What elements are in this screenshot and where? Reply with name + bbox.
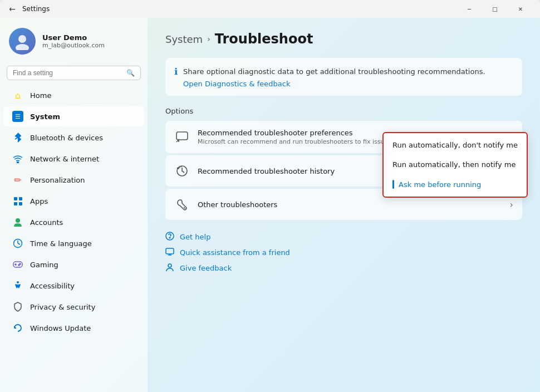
minimize-button[interactable]: ─ bbox=[456, 0, 482, 18]
sidebar-label-accessibility: Accessibility bbox=[30, 282, 75, 290]
avatar bbox=[9, 28, 36, 55]
quick-assist-label[interactable]: Quick assistance from a friend bbox=[180, 248, 290, 257]
svg-point-0 bbox=[18, 35, 26, 43]
breadcrumb: System › Troubleshoot bbox=[165, 31, 522, 47]
sidebar-label-privacy: Privacy & security bbox=[30, 303, 95, 311]
svg-point-9 bbox=[16, 218, 20, 223]
sidebar-item-home[interactable]: ⌂ Home bbox=[3, 85, 144, 105]
diagnostics-link[interactable]: Open Diagnostics & feedback bbox=[183, 80, 485, 88]
sidebar-item-time[interactable]: Time & language bbox=[3, 233, 144, 253]
app-body: User Demo m_lab@outlook.com 🔍 ⌂ Home ☰ S… bbox=[0, 18, 540, 392]
svg-line-3 bbox=[15, 138, 18, 139]
wrench-icon bbox=[174, 197, 190, 212]
sidebar-label-personalization: Personalization bbox=[30, 176, 85, 184]
help-links: Get help Quick assistance from a friend bbox=[165, 229, 522, 276]
feedback-label[interactable]: Give feedback bbox=[180, 264, 232, 272]
sidebar: User Demo m_lab@outlook.com 🔍 ⌂ Home ☰ S… bbox=[0, 18, 148, 392]
dropdown-option-2-label: Run automatically, then notify me bbox=[392, 160, 516, 169]
svg-rect-7 bbox=[14, 202, 17, 205]
titlebar-left: ← Settings bbox=[7, 3, 456, 14]
svg-rect-6 bbox=[19, 197, 22, 200]
accessibility-icon bbox=[12, 280, 23, 291]
get-help-label[interactable]: Get help bbox=[180, 233, 210, 241]
svg-point-27 bbox=[168, 264, 171, 267]
back-button[interactable]: ← bbox=[7, 3, 18, 14]
feedback-icon bbox=[165, 263, 174, 273]
svg-point-1 bbox=[16, 44, 29, 50]
svg-rect-19 bbox=[176, 132, 188, 140]
sidebar-label-network: Network & internet bbox=[30, 155, 99, 163]
dropdown-option-1-label: Run automatically, don't notify me bbox=[392, 141, 518, 149]
svg-point-23 bbox=[169, 237, 170, 238]
info-text: Share optional diagnostic data to get ad… bbox=[183, 67, 485, 76]
sidebar-label-accounts: Accounts bbox=[30, 218, 63, 227]
svg-rect-24 bbox=[166, 248, 174, 254]
time-icon bbox=[12, 238, 23, 249]
sidebar-item-apps[interactable]: Apps bbox=[3, 191, 144, 211]
update-icon bbox=[12, 322, 23, 334]
get-help-icon bbox=[165, 232, 174, 242]
svg-line-12 bbox=[18, 243, 20, 244]
window-title: Settings bbox=[22, 5, 50, 13]
other-troubleshooters-text: Other troubleshooters bbox=[198, 200, 502, 209]
breadcrumb-parent: System bbox=[165, 33, 203, 45]
dropdown-option-3-label: Ask me before running bbox=[399, 180, 481, 189]
maximize-button[interactable]: □ bbox=[482, 0, 508, 18]
sidebar-label-update: Windows Update bbox=[30, 324, 91, 332]
svg-point-16 bbox=[19, 263, 21, 264]
system-icon: ☰ bbox=[12, 111, 23, 122]
info-banner: ℹ Share optional diagnostic data to get … bbox=[165, 58, 522, 96]
gaming-icon bbox=[12, 259, 23, 270]
sidebar-label-bluetooth: Bluetooth & devices bbox=[30, 134, 103, 142]
user-profile[interactable]: User Demo m_lab@outlook.com bbox=[0, 22, 148, 63]
options-section-title: Options bbox=[165, 107, 522, 115]
close-button[interactable]: ✕ bbox=[508, 0, 533, 18]
quick-assist-icon bbox=[165, 248, 174, 257]
sidebar-item-gaming[interactable]: Gaming bbox=[3, 254, 144, 275]
user-email: m_lab@outlook.com bbox=[42, 42, 105, 49]
dropdown-option-3[interactable]: Ask me before running bbox=[384, 174, 527, 194]
network-icon bbox=[12, 153, 23, 164]
home-icon: ⌂ bbox=[12, 90, 23, 101]
feedback-row[interactable]: Give feedback bbox=[165, 260, 522, 276]
svg-rect-5 bbox=[14, 197, 17, 200]
svg-rect-8 bbox=[19, 202, 22, 205]
breadcrumb-current: Troubleshoot bbox=[215, 31, 313, 47]
apps-icon bbox=[12, 195, 23, 207]
svg-point-17 bbox=[18, 264, 19, 266]
user-name: User Demo bbox=[42, 33, 105, 42]
search-icon: 🔍 bbox=[126, 69, 135, 77]
other-chevron-icon: › bbox=[510, 199, 513, 210]
sidebar-item-network[interactable]: Network & internet bbox=[3, 149, 144, 169]
sidebar-item-personalization[interactable]: ✏ Personalization bbox=[3, 170, 144, 190]
dropdown-option-1[interactable]: Run automatically, don't notify me bbox=[384, 135, 527, 155]
svg-point-18 bbox=[17, 281, 19, 283]
sidebar-item-accessibility[interactable]: Accessibility bbox=[3, 276, 144, 296]
sidebar-item-accounts[interactable]: Accounts bbox=[3, 212, 144, 232]
sidebar-label-system: System bbox=[30, 112, 60, 121]
sidebar-label-gaming: Gaming bbox=[30, 261, 58, 269]
sidebar-label-home: Home bbox=[30, 91, 51, 100]
sidebar-item-privacy[interactable]: Privacy & security bbox=[3, 297, 144, 317]
breadcrumb-arrow: › bbox=[207, 35, 210, 43]
titlebar: ← Settings ─ □ ✕ bbox=[0, 0, 540, 18]
get-help-row[interactable]: Get help bbox=[165, 229, 522, 245]
quick-assist-row[interactable]: Quick assistance from a friend bbox=[165, 245, 522, 260]
svg-line-21 bbox=[184, 207, 185, 209]
svg-point-4 bbox=[17, 162, 19, 164]
selected-indicator bbox=[392, 180, 394, 189]
info-icon: ℹ bbox=[174, 66, 178, 77]
info-content: Share optional diagnostic data to get ad… bbox=[183, 66, 485, 88]
window-controls: ─ □ ✕ bbox=[456, 0, 533, 18]
search-input[interactable] bbox=[13, 69, 122, 77]
dropdown-option-2[interactable]: Run automatically, then notify me bbox=[384, 155, 527, 174]
settings-window: ← Settings ─ □ ✕ User Demo m_lab@outlook… bbox=[0, 0, 540, 392]
history-icon bbox=[174, 163, 190, 179]
main-content: System › Troubleshoot ℹ Share optional d… bbox=[148, 18, 540, 392]
search-box[interactable]: 🔍 bbox=[7, 66, 141, 80]
accounts-icon bbox=[12, 217, 23, 228]
sidebar-item-bluetooth[interactable]: Bluetooth & devices bbox=[3, 128, 144, 148]
recommended-prefs-card: Recommended troubleshooter preferences M… bbox=[165, 121, 522, 153]
sidebar-item-system[interactable]: ☰ System bbox=[3, 106, 144, 126]
sidebar-item-update[interactable]: Windows Update bbox=[3, 318, 144, 338]
